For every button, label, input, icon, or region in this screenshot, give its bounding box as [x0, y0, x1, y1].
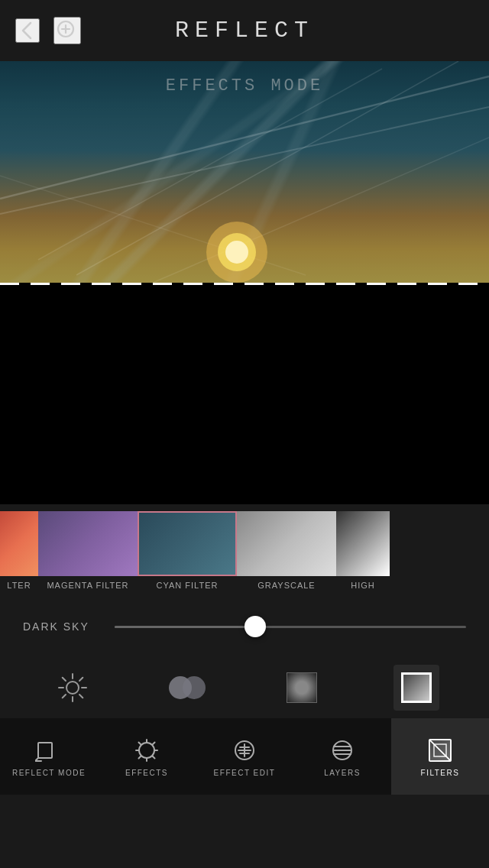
filter-label-magenta: MAGENTA FILTER: [47, 581, 128, 590]
tree-silhouette: [0, 351, 489, 504]
vignette-icon-button[interactable]: [279, 665, 325, 711]
svg-line-19: [79, 695, 83, 698]
filter-label-cyan: CYAN FILTER: [157, 581, 219, 590]
nav-item-layers[interactable]: LAYERS: [293, 718, 391, 795]
svg-line-7: [153, 138, 489, 283]
slider-thumb[interactable]: [244, 616, 266, 637]
filters-nav-icon: [426, 737, 454, 764]
svg-point-13: [66, 682, 79, 694]
svg-rect-22: [38, 743, 52, 758]
frame-square: [401, 672, 432, 703]
svg-rect-12: [0, 443, 489, 504]
slider-section: DARK SKY: [0, 596, 489, 657]
svg-line-21: [63, 695, 66, 698]
svg-point-11: [225, 241, 248, 264]
slider-track[interactable]: [115, 626, 466, 628]
filter-item-high-partial[interactable]: HIGH: [336, 511, 390, 590]
filter-thumb-warm: [0, 511, 38, 576]
filter-thumb-cyan: [138, 511, 237, 576]
svg-line-28: [139, 742, 141, 744]
filter-item-cyan[interactable]: CYAN FILTER: [138, 511, 237, 590]
header: REFLECT: [0, 0, 489, 61]
blend-icon-button[interactable]: [164, 665, 210, 711]
nav-label-effects: EFFECTS: [125, 769, 168, 777]
brightness-icon-button[interactable]: [50, 665, 96, 711]
image-area: EFFECTS MODE: [0, 61, 489, 504]
nav-item-reflect[interactable]: REFLECT MODE: [0, 718, 98, 795]
bottom-navigation: REFLECT MODE EFFECTS: [0, 718, 489, 795]
frame-icon-button[interactable]: [393, 665, 439, 711]
filter-label-high-partial: HIGH: [351, 581, 375, 590]
nav-label-effect-edit: EFFECT EDIT: [214, 769, 276, 777]
svg-line-6: [38, 69, 382, 260]
filter-thumb-high: [336, 511, 390, 576]
filter-item-magenta[interactable]: MAGENTA FILTER: [38, 511, 138, 590]
filter-thumb-magenta: [38, 511, 138, 576]
svg-line-30: [153, 742, 155, 744]
filter-item-warm-partial[interactable]: LTER: [0, 511, 38, 590]
effects-nav-icon: [133, 737, 160, 764]
blend-circles: [169, 672, 206, 703]
filter-item-grayscale[interactable]: GRAYSCALE: [237, 511, 336, 590]
nav-label-filters: FILTERS: [421, 769, 460, 777]
nav-label-layers: LAYERS: [324, 769, 361, 777]
nav-label-reflect: REFLECT MODE: [12, 769, 86, 777]
nav-item-effects[interactable]: EFFECTS: [98, 718, 196, 795]
nav-item-filters[interactable]: FILTERS: [391, 718, 489, 795]
effect-edit-nav-icon: [231, 737, 258, 764]
filter-thumb-grayscale: [237, 511, 336, 576]
divider-line: [0, 283, 489, 285]
filter-label-warm-partial: LTER: [7, 581, 31, 590]
reflect-mode-icon: [35, 737, 63, 764]
svg-line-4: [0, 107, 489, 214]
nav-item-effect-edit[interactable]: EFFECT EDIT: [196, 718, 293, 795]
layers-nav-icon: [329, 737, 356, 764]
svg-line-29: [153, 756, 155, 758]
app-title: REFLECT: [175, 18, 314, 44]
vignette-square: [287, 672, 317, 703]
slider-label: DARK SKY: [23, 620, 92, 633]
svg-line-31: [139, 756, 141, 758]
effects-mode-label: EFFECTS MODE: [166, 76, 323, 96]
svg-line-18: [63, 678, 66, 681]
zoom-button[interactable]: [53, 17, 81, 44]
circle-right: [183, 676, 206, 699]
back-button[interactable]: [15, 18, 40, 43]
slider-fill: [115, 626, 255, 628]
filters-strip: LTER MAGENTA FILTER CYAN FILTER GRAYSCAL…: [0, 504, 489, 596]
effects-icons-row: [0, 657, 489, 718]
filter-label-grayscale: GRAYSCALE: [257, 581, 315, 590]
svg-line-20: [79, 678, 83, 681]
